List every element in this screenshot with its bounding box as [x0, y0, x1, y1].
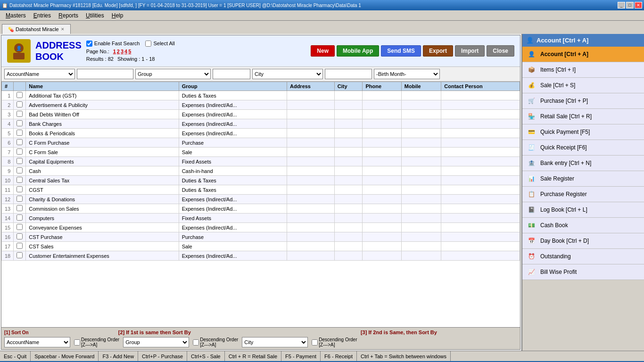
table-row[interactable]: 7 C Form Sale Sale — [2, 148, 520, 157]
row-checkbox[interactable] — [14, 204, 26, 214]
table-row[interactable]: 11 CGST Duties & Taxes — [2, 185, 520, 195]
row-checkbox[interactable] — [14, 166, 26, 176]
table-row[interactable]: 9 Cash Cash-in-hand — [2, 166, 520, 176]
main-tab[interactable]: 💊 Datotahost Miracle ✕ — [2, 24, 71, 34]
sidebar-item-13[interactable]: ⏰ Outstanding — [522, 249, 644, 264]
table-row[interactable]: 13 Commission on Sales Expenses (Indirec… — [2, 204, 520, 214]
row-checkbox[interactable] — [14, 251, 26, 261]
table-row[interactable]: 15 Conveyance Expenses Expenses (Indirec… — [2, 223, 520, 232]
row-checkbox[interactable] — [14, 223, 26, 232]
menu-entries[interactable]: Entries — [30, 11, 55, 20]
col-phone[interactable]: Phone — [363, 82, 401, 91]
sidebar-item-label: Items [Ctrl + I] — [540, 66, 576, 73]
sort2-select[interactable]: Group — [123, 337, 189, 347]
row-checkbox[interactable] — [14, 176, 26, 185]
table-row[interactable]: 4 Bank Charges Expenses (Indirect/Ad... — [2, 119, 520, 129]
table-row[interactable]: 17 CST Sales Sale — [2, 242, 520, 251]
sort3-desc-checkbox[interactable]: Descending Order[Z--->A] — [312, 337, 357, 347]
sidebar-item-7[interactable]: 🏦 Bank entry [Ctrl + N] — [522, 156, 644, 171]
table-row[interactable]: 3 Bad Debts Written Off Expenses (Indire… — [2, 110, 520, 119]
table-row[interactable]: 5 Books & Periodicals Expenses (Indirect… — [2, 129, 520, 138]
group-filter[interactable]: Group — [135, 69, 211, 79]
table-row[interactable]: 8 Capital Equipments Fixed Assets — [2, 157, 520, 166]
close-button[interactable]: Close — [487, 45, 514, 57]
table-row[interactable]: 16 CST Purchase Purchase — [2, 232, 520, 242]
title-bar: 📋 Datotahost Miracle Pharmacy #181218 [E… — [0, 0, 644, 10]
row-checkbox[interactable] — [14, 91, 26, 100]
maximize-button[interactable]: □ — [626, 2, 634, 8]
sidebar-item-0[interactable]: 👤 Account [Ctrl + A] — [522, 47, 644, 62]
sidebar-item-11[interactable]: 💵 Cash Book — [522, 218, 644, 233]
col-city[interactable]: City — [334, 82, 363, 91]
sidebar-item-10[interactable]: 📓 Log Book [Ctrl + L] — [522, 202, 644, 218]
sidebar-item-14[interactable]: 📈 Bill Wise Profit — [522, 264, 644, 280]
fast-search-checkbox[interactable]: Enable Fast Search — [86, 41, 140, 47]
sort3-select[interactable]: City — [242, 337, 308, 347]
col-group[interactable]: Group — [179, 82, 287, 91]
sidebar-item-9[interactable]: 📋 Purchase Register — [522, 187, 644, 202]
menu-utilities[interactable]: Utilities — [82, 11, 108, 20]
row-checkbox[interactable] — [14, 148, 26, 157]
account-name-input[interactable] — [77, 69, 133, 79]
table-row[interactable]: 12 Charity & Donations Expenses (Indirec… — [2, 195, 520, 204]
row-checkbox[interactable] — [14, 138, 26, 148]
sidebar-item-5[interactable]: 💳 Quick Payment [F5] — [522, 124, 644, 140]
row-phone — [363, 100, 401, 110]
row-checkbox[interactable] — [14, 110, 26, 119]
table-row[interactable]: 6 C Form Purchase Purchase — [2, 138, 520, 148]
sidebar-item-2[interactable]: 💰 Sale [Ctrl + S] — [522, 78, 644, 93]
row-checkbox[interactable] — [14, 129, 26, 138]
purchase-icon: 🛒 — [526, 96, 537, 106]
page-2[interactable]: 2 — [117, 49, 120, 54]
birth-month-filter[interactable]: -Birth Month- — [374, 69, 440, 79]
group-input[interactable] — [213, 69, 250, 79]
sidebar-item-12[interactable]: 📅 Day Book [Ctrl + D] — [522, 233, 644, 249]
minimize-button[interactable]: _ — [618, 2, 625, 8]
page-5[interactable]: 5 — [128, 49, 131, 54]
col-address[interactable]: Address — [287, 82, 334, 91]
mobile-app-button[interactable]: Mobile App — [337, 45, 379, 57]
sidebar-item-8[interactable]: 📊 Sale Register — [522, 171, 644, 187]
page-3[interactable]: 3 — [121, 49, 124, 54]
table-row[interactable]: 14 Computers Fixed Assets — [2, 214, 520, 223]
window-close-button[interactable]: ✕ — [635, 2, 642, 8]
menu-reports[interactable]: Reports — [55, 11, 82, 20]
row-checkbox[interactable] — [14, 232, 26, 242]
sort1-desc-checkbox[interactable]: Descending Order[Z--->A] — [74, 337, 119, 347]
row-mobile — [401, 232, 441, 242]
table-row[interactable]: 18 Customer Entertainment Expenses Expen… — [2, 251, 520, 261]
sidebar-item-1[interactable]: 📦 Items [Ctrl + I] — [522, 62, 644, 78]
table-row[interactable]: 10 Central Sales Tax Duties & Taxes — [2, 176, 520, 185]
row-checkbox[interactable] — [14, 195, 26, 204]
col-contact[interactable]: Contact Person — [441, 82, 520, 91]
menu-help[interactable]: Help — [108, 11, 127, 20]
table-row[interactable]: 1 Additional Tax (GST) Duties & Taxes — [2, 91, 520, 100]
select-all-checkbox[interactable]: Select All — [145, 41, 174, 47]
row-checkbox[interactable] — [14, 185, 26, 195]
col-mobile[interactable]: Mobile — [401, 82, 441, 91]
tab-close-button[interactable]: ✕ — [61, 27, 65, 32]
sidebar-item-4[interactable]: 🏪 Retail Sale [Ctrl + R] — [522, 109, 644, 124]
sidebar-item-3[interactable]: 🛒 Purchase [Ctrl + P] — [522, 93, 644, 109]
new-button[interactable]: New — [311, 45, 335, 57]
send-sms-button[interactable]: Send SMS — [381, 45, 421, 57]
city-filter[interactable]: City — [252, 69, 323, 79]
row-checkbox[interactable] — [14, 100, 26, 110]
row-checkbox[interactable] — [14, 119, 26, 129]
sale-icon: 💰 — [526, 80, 537, 90]
account-name-filter[interactable]: AccountName — [4, 69, 75, 79]
import-button[interactable]: Import — [455, 45, 485, 57]
row-checkbox[interactable] — [14, 214, 26, 223]
sidebar-item-6[interactable]: 🧾 Quick Receipt [F6] — [522, 140, 644, 156]
col-name[interactable]: Name — [26, 82, 179, 91]
export-button[interactable]: Export — [423, 45, 453, 57]
city-input[interactable] — [325, 69, 372, 79]
table-row[interactable]: 2 Advertisement & Publicity Expenses (In… — [2, 100, 520, 110]
row-checkbox[interactable] — [14, 242, 26, 251]
sort2-desc-checkbox[interactable]: Descending Order[Z--->A] — [193, 337, 238, 347]
page-1[interactable]: 1 — [113, 49, 116, 54]
row-checkbox[interactable] — [14, 157, 26, 166]
sort1-select[interactable]: AccountName — [4, 337, 70, 347]
page-4[interactable]: 4 — [124, 49, 127, 54]
menu-masters[interactable]: Masters — [2, 11, 30, 20]
